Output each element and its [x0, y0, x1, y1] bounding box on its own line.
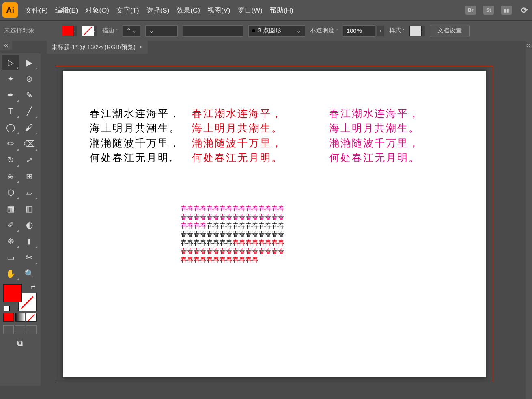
fill-stroke-indicator[interactable]: ⇄ — [2, 283, 38, 312]
menu-effect[interactable]: 效果(C) — [177, 6, 200, 15]
brush-field[interactable] — [183, 25, 243, 37]
direct-selection-tool[interactable]: ▶ — [20, 55, 38, 70]
menu-object[interactable]: 对象(O) — [85, 6, 109, 15]
hand-tool[interactable]: ✋ — [2, 266, 19, 281]
menu-file[interactable]: 文件(F) — [25, 6, 48, 15]
zoom-tool[interactable]: 🔍 — [20, 266, 38, 281]
brush-tool[interactable]: 🖌 — [20, 120, 38, 135]
mesh-tool[interactable]: ▦ — [2, 201, 19, 216]
arrange-icon[interactable]: ▮▮ — [501, 6, 512, 15]
perspective-tool[interactable]: ▱ — [20, 185, 38, 200]
bridge-icon[interactable]: Br — [465, 6, 476, 15]
screen-mode[interactable]: ⧉ — [2, 337, 38, 349]
document-setup-button[interactable]: 文档设置 — [430, 25, 470, 37]
artboard-tool[interactable]: ▭ — [2, 250, 19, 265]
tab-title: 未标题-1* @ 130% (RGB/预览) — [52, 43, 136, 51]
style-label: 样式 : — [389, 27, 405, 35]
control-bar: 未选择对象 ⌄ ⌄ 描边 : ⌃⌄ ⌄ 3 点圆形 ⌄ 不透明度 : 100% … — [0, 20, 532, 41]
stroke-weight-field[interactable]: ⌃⌄ — [123, 25, 140, 37]
style-swatch[interactable] — [409, 26, 422, 36]
stroke-profile-field[interactable]: 3 点圆形 ⌄ — [248, 25, 305, 37]
artboard: 春江潮水连海平， 海上明月共潮生。 滟滟随波千万里， 何处春江无月明。 春江潮水… — [63, 71, 486, 377]
menu-type[interactable]: 文字(T) — [116, 6, 139, 15]
draw-normal[interactable] — [3, 325, 14, 334]
3d-revolve-object[interactable]: 春春春春春春春春春春春春春春春春春春春春春春春春春春春春春春春春春春春春春春春春… — [181, 205, 286, 310]
eraser-tool[interactable]: ⌫ — [20, 136, 38, 151]
fill-swatch[interactable] — [62, 26, 74, 36]
poem-text-red[interactable]: 春江潮水连海平， 海上明月共潮生。 滟滟随波千万里， 何处春江无月明。 — [192, 106, 283, 165]
ellipse-tool[interactable]: ◯ — [2, 120, 19, 135]
right-dock-collapse[interactable]: ›› — [526, 41, 532, 50]
rotate-tool[interactable]: ↻ — [2, 152, 19, 168]
selection-tool[interactable]: ▷ — [2, 55, 19, 70]
stock-icon[interactable]: St — [483, 6, 494, 15]
type-tool[interactable]: T — [2, 104, 19, 119]
pencil-tool[interactable]: ✏ — [2, 136, 19, 151]
curvature-tool[interactable]: ✎ — [20, 87, 38, 103]
lasso-tool[interactable]: ⊘ — [20, 71, 38, 86]
opacity-field[interactable]: 100% — [343, 25, 375, 37]
opacity-more[interactable]: › — [377, 26, 384, 36]
width-tool[interactable]: ≋ — [2, 168, 19, 184]
right-dock: ›› — [526, 41, 532, 399]
document-tab-bar: 未标题-1* @ 130% (RGB/预览) × — [47, 41, 532, 54]
symbol-sprayer-tool[interactable]: ❋ — [2, 233, 19, 249]
gradient-mode[interactable] — [15, 313, 25, 322]
menu-view[interactable]: 视图(V) — [207, 6, 230, 15]
graph-tool[interactable]: ⫿ — [20, 233, 38, 249]
pen-tool[interactable]: ✒ — [2, 87, 19, 103]
app-logo: Ai — [2, 2, 18, 18]
slice-tool[interactable]: ✂ — [20, 250, 38, 265]
canvas[interactable]: 春江潮水连海平， 海上明月共潮生。 滟滟随波千万里， 何处春江无月明。 春江潮水… — [47, 54, 532, 399]
default-fill-stroke-icon[interactable] — [4, 306, 10, 311]
menu-select[interactable]: 选择(S) — [146, 6, 170, 15]
gradient-tool[interactable]: ▥ — [20, 201, 38, 216]
menu-window[interactable]: 窗口(W) — [238, 6, 263, 15]
draw-behind[interactable] — [15, 325, 25, 334]
stroke-label: 描边 : — [102, 27, 118, 35]
left-dock-collapse[interactable]: ‹‹ — [0, 41, 12, 50]
opacity-label: 不透明度 : — [310, 27, 338, 35]
free-transform-tool[interactable]: ⊞ — [20, 168, 38, 184]
menu-edit[interactable]: 编辑(E) — [55, 6, 78, 15]
poem-text-magenta[interactable]: 春江潮水连海平， 海上明月共潮生。 滟滟随波千万里， 何处春江无月明。 — [329, 106, 420, 165]
stroke-swatch[interactable] — [82, 26, 94, 36]
menu-help[interactable]: 帮助(H) — [270, 6, 293, 15]
swap-fill-stroke-icon[interactable]: ⇄ — [31, 284, 36, 290]
none-mode[interactable] — [26, 313, 37, 322]
menu-bar: Ai 文件(F) 编辑(E) 对象(O) 文字(T) 选择(S) 效果(C) 视… — [0, 0, 532, 20]
poem-text-black[interactable]: 春江潮水连海平， 海上明月共潮生。 滟滟随波千万里， 何处春江无月明。 — [90, 106, 181, 165]
document-tab[interactable]: 未标题-1* @ 130% (RGB/预览) × — [47, 41, 148, 54]
eyedropper-tool[interactable]: ✐ — [2, 217, 19, 233]
scale-tool[interactable]: ⤢ — [20, 152, 38, 168]
line-tool[interactable]: ╱ — [20, 104, 38, 119]
stroke-variable-field[interactable]: ⌄ — [145, 25, 178, 37]
draw-inside[interactable] — [26, 325, 37, 334]
magic-wand-tool[interactable]: ✦ — [2, 71, 19, 86]
toolbox: ▷▶✦⊘✒✎T╱◯🖌✏⌫↻⤢≋⊞⬡▱▦▥✐◐❋⫿▭✂✋🔍⇄⧉ — [0, 53, 41, 386]
selection-status: 未选择对象 — [4, 27, 57, 35]
blend-tool[interactable]: ◐ — [20, 217, 38, 233]
shape-builder-tool[interactable]: ⬡ — [2, 185, 19, 200]
fill-color[interactable] — [3, 284, 22, 302]
sync-icon[interactable]: ⟳ — [519, 6, 530, 15]
color-mode[interactable] — [3, 313, 14, 322]
close-icon[interactable]: × — [140, 44, 143, 50]
